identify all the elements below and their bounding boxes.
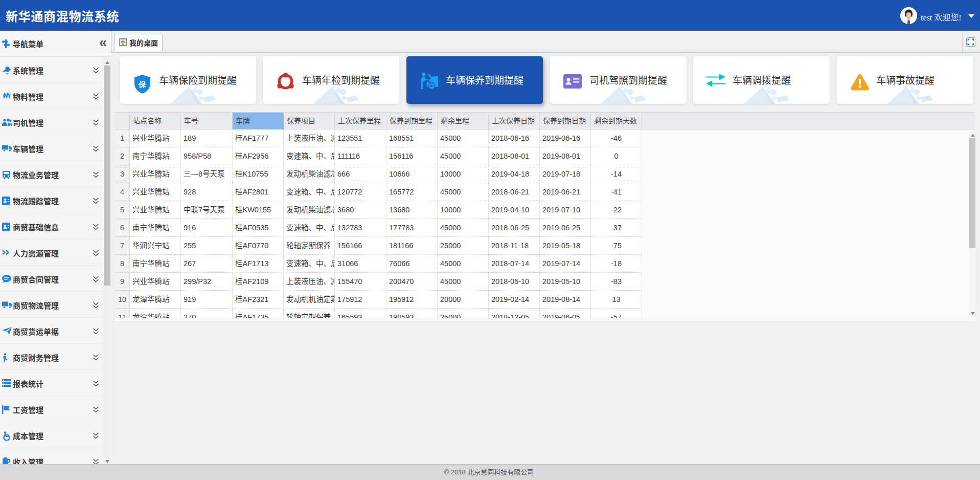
svg-text:保: 保 — [138, 80, 146, 89]
